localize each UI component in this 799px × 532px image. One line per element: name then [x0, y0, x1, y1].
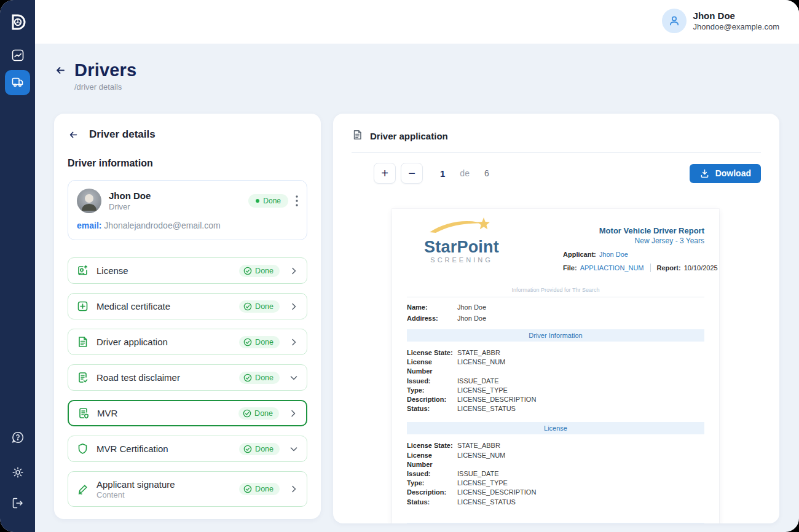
- item-sublabel: Content: [96, 490, 239, 499]
- file-label: File:: [563, 264, 577, 272]
- check-circle-icon: [243, 302, 252, 311]
- shield-icon: [76, 442, 89, 455]
- document-shield-icon: [77, 407, 90, 420]
- chart-icon: [10, 48, 25, 65]
- address-value: Jhon Doe: [457, 315, 486, 322]
- report-subtitle: New Jersey - 3 Years: [599, 237, 704, 245]
- zoom-in-button[interactable]: +: [374, 163, 396, 184]
- sidebar-item-dashboard[interactable]: [5, 44, 30, 69]
- check-circle-icon: [243, 409, 251, 418]
- driver-photo-avatar: [77, 189, 101, 213]
- name-label: Name:: [407, 303, 457, 311]
- signature-pen-icon: [76, 483, 89, 496]
- download-button[interactable]: Dowload: [690, 164, 761, 183]
- divider: [650, 264, 651, 272]
- sidebar-item-logout[interactable]: [5, 491, 30, 517]
- email-value: Jhonalejandrodoe@email.com: [104, 221, 220, 230]
- driver-name: Jhon Doe: [109, 190, 248, 201]
- license-fields: License State:STATE_ABBR License NumberL…: [392, 434, 719, 506]
- sidebar: [0, 0, 35, 532]
- provided-note: Information Provided for Thr Search: [392, 287, 719, 293]
- applicant-value: Jhon Doe: [599, 251, 628, 258]
- medical-cross-icon: [76, 300, 89, 313]
- status-badge: Done: [239, 483, 280, 495]
- chevron-right-icon: [289, 267, 298, 275]
- chevron-right-icon: [289, 409, 297, 418]
- pdf-toolbar: + − 1 de 6 Dowload: [333, 153, 779, 184]
- zoom-out-button[interactable]: −: [401, 163, 423, 184]
- address-label: Addiress:: [407, 315, 457, 322]
- panel-back-arrow-icon[interactable]: [68, 129, 79, 141]
- back-arrow-icon[interactable]: [54, 64, 67, 77]
- logout-icon: [10, 496, 25, 513]
- section-title: Driver information: [68, 158, 307, 169]
- settings-gear-icon: [10, 465, 25, 482]
- driver-status-badge: Done: [248, 194, 288, 208]
- item-label: Medical certificate: [96, 301, 239, 311]
- user-menu[interactable]: Jhon Doe Jhondoe@example.com: [662, 9, 779, 33]
- check-circle-icon: [243, 374, 252, 382]
- document-viewer-panel: Driver application + − 1 de 6 Dowload: [333, 114, 779, 523]
- item-label: Road test disclaimer: [96, 372, 239, 383]
- item-label: MVR: [97, 408, 238, 418]
- email-label: email:: [77, 221, 101, 230]
- sidebar-item-help[interactable]: [5, 426, 30, 451]
- driver-info-card: Jhon Doe Driver Done email: Jhonalejandr…: [68, 180, 307, 240]
- total-pages: 6: [484, 168, 489, 178]
- list-item-driver-application[interactable]: Driver application Done: [68, 329, 307, 355]
- chevron-right-icon: [289, 485, 298, 493]
- list-item-mvr-certification[interactable]: MVR Certification Done: [68, 436, 307, 462]
- panel-title: Driver details: [89, 128, 155, 141]
- chevron-right-icon: [289, 338, 298, 346]
- sidebar-item-settings[interactable]: [5, 461, 30, 486]
- check-circle-icon: [243, 267, 252, 275]
- item-label: Driver application: [96, 337, 239, 347]
- check-circle-icon: [243, 485, 252, 493]
- driver-information-fields: License State:STATE_ABBR License NumberL…: [392, 342, 719, 413]
- help-icon: [10, 430, 25, 447]
- name-value: Jhon Doe: [457, 303, 486, 311]
- page-of-label: de: [460, 168, 470, 178]
- brand-tagline: SCREENING: [422, 256, 502, 264]
- list-item-medical-certificate[interactable]: Medical certificate Done: [68, 293, 307, 319]
- driver-details-panel: Driver details Driver information Jhon D…: [54, 114, 321, 519]
- user-email: Jhondoe@example.com: [693, 22, 779, 32]
- list-item-license[interactable]: License Done: [68, 257, 307, 284]
- document-icon: [76, 335, 89, 348]
- status-badge: Done: [239, 336, 280, 348]
- item-label: License: [96, 265, 239, 276]
- chevron-down-icon: [289, 445, 298, 453]
- kebab-menu-icon[interactable]: [296, 195, 298, 206]
- check-circle-icon: [243, 445, 252, 453]
- star-swoosh-icon: [425, 216, 498, 236]
- list-item-mvr[interactable]: MVR Done: [68, 400, 307, 426]
- breadcrumb: /driver details: [74, 82, 136, 92]
- license-photo-icon: [76, 264, 89, 277]
- report-date-label: Report:: [657, 264, 681, 272]
- status-dot: [256, 199, 259, 203]
- list-item-applicant-signature[interactable]: Applicant signature Content Done: [68, 471, 307, 507]
- section-banner-license: License: [407, 422, 704, 434]
- page-heading: Drivers /driver details: [54, 60, 136, 92]
- driver-role: Driver: [109, 201, 248, 212]
- page-title: Drivers: [74, 60, 136, 80]
- app-window: Jhon Doe Jhondoe@example.com Drivers /dr…: [0, 0, 799, 532]
- status-badge: Done: [238, 407, 279, 420]
- list-item-road-test-disclaimer[interactable]: Road test disclaimer Done: [68, 364, 307, 391]
- current-page: 1: [440, 168, 445, 179]
- document-check-icon: [76, 371, 89, 384]
- report-date-value: 10/10/2025: [684, 264, 718, 272]
- truck-icon: [10, 74, 25, 92]
- sidebar-item-drivers[interactable]: [5, 70, 30, 95]
- pdf-page[interactable]: StarPoint SCREENING Motor Vehicle Driver…: [392, 209, 719, 523]
- chevron-down-icon: [289, 374, 298, 382]
- report-title: Motor Vehicle Driver Report: [599, 226, 704, 235]
- status-badge: Done: [239, 443, 280, 455]
- section-banner-accidents: Accidents: [407, 523, 704, 523]
- item-label: MVR Certification: [96, 444, 239, 454]
- item-label: Applicant signature: [96, 479, 239, 490]
- file-value: APPLIACTION_NUM: [580, 264, 644, 272]
- user-name: Jhon Doe: [693, 10, 779, 22]
- applicant-label: Applicant:: [563, 251, 596, 258]
- user-avatar: [662, 9, 687, 33]
